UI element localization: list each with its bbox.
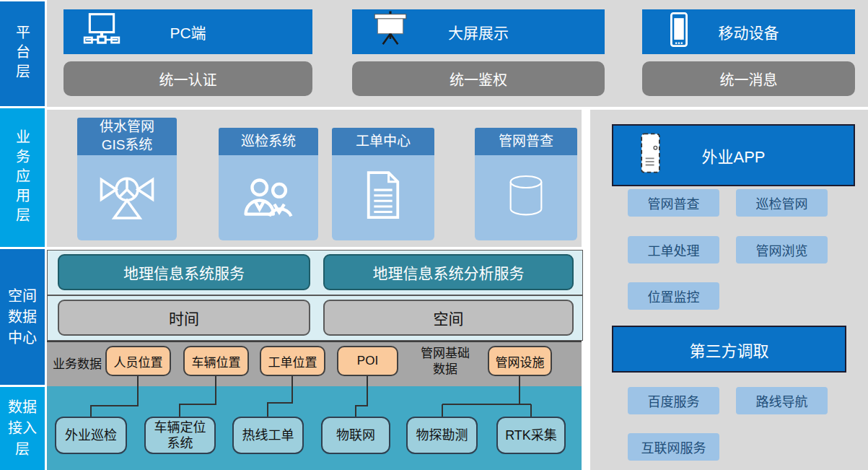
pill-label: 管网设施 [496,352,545,370]
pill-label: 工单位置 [268,352,317,370]
pill-work-order-location: 工单位置 [260,346,325,376]
valve-icon [97,167,157,229]
third-party-button-route-navigation: 路线导航 [736,387,828,414]
card-header-work-order-center: 工单中心 [332,128,434,155]
card-title: 巡检系统 [241,133,296,151]
layer-label: 空间数据中心 [6,286,39,349]
architecture-diagram: 平台层 业务应用层 空间数据中心 数据接入层 PC端 统一认证 [0,0,868,470]
third-party-button-baidu-service: 百度服务 [628,387,719,414]
card-title: 工单中心 [356,133,411,151]
card-body-pipeline-survey [475,155,577,240]
dimension-box-space: 空间 [323,300,574,336]
source-box-iot: 物联网 [321,417,390,454]
service-box-message: 统一消息 [642,61,855,96]
business-data-label: 业务数据 [49,349,105,376]
pill-vehicle-location: 车辆位置 [183,346,249,376]
service-box-auth: 统一认证 [63,61,312,96]
app-button-label: 管网浏览 [756,240,808,259]
dimension-label: 时间 [169,307,199,328]
app-button-work-order-handling: 工单处理 [628,236,719,264]
card-body-inspection [219,155,318,240]
gis-service-box: 地理信息系统服务 [58,254,310,290]
card-header-inspection: 巡检系统 [219,128,318,155]
sidebar-layer-data-access: 数据接入层 [0,387,45,470]
device-box-pc: PC端 [63,9,312,54]
third-party-button-label: 互联网服务 [641,438,706,456]
source-box-hotline-work-order: 热线工单 [232,417,304,454]
card-header-water-gis: 供水管网 GIS系统 [77,118,177,155]
source-label: 车辆定位系统 [149,419,211,452]
source-box-field-inspection: 外业巡检 [55,417,127,454]
card-title: 管网普查 [499,133,553,151]
third-party-header: 第三方调取 [612,326,846,373]
service-label: 统一鉴权 [450,69,507,90]
card-body-water-gis [77,155,177,240]
people-icon [239,167,298,229]
pill-label: 车辆位置 [192,352,241,370]
source-label: 物探勘测 [416,427,468,444]
source-label: 外业巡检 [65,427,117,444]
pill-label: POI [357,354,378,368]
third-party-button-internet-service: 互联网服务 [628,433,719,461]
third-party-title: 第三方调取 [689,338,768,361]
app-button-label: 管网普查 [648,193,700,212]
device-box-big-screen: 大屏展示 [352,9,605,54]
device-box-mobile: 移动设备 [642,9,855,54]
pipeline-base-data-label: 管网基础数据 [416,344,474,379]
document-icon [356,169,411,227]
source-box-rtk-collection: RTK采集 [496,417,566,454]
pill-poi: POI [337,346,398,376]
database-icon [497,167,555,228]
gis-service-label: 地理信息系统服务 [123,261,245,283]
app-button-label: 位置监控 [648,287,700,305]
app-button-pipeline-browse: 管网浏览 [736,236,828,264]
third-party-button-label: 百度服务 [648,391,700,410]
app-button-location-monitoring: 位置监控 [628,282,719,310]
card-body-work-order-center [332,155,434,240]
mobile-phone-icon [661,11,697,53]
app-button-label: 巡检管网 [756,193,808,212]
pill-pipeline-facility: 管网设施 [488,346,552,376]
sidebar-layer-business: 业务应用层 [0,108,45,247]
app-button-inspect-pipeline: 巡检管网 [736,189,828,217]
card-title: 供水管网 GIS系统 [100,118,154,154]
gis-analysis-service-box: 地理信息系统分析服务 [323,254,574,290]
service-label: 统一消息 [720,69,778,90]
sidebar-layer-spatial-data-center: 空间数据中心 [0,249,45,385]
gis-analysis-service-label: 地理信息系统分析服务 [373,261,525,283]
layer-label: 数据接入层 [6,397,39,460]
field-app-header: 外业APP [612,124,855,186]
field-app-title: 外业APP [701,144,765,167]
source-label: 热线工单 [242,427,294,444]
source-label: 物联网 [336,427,375,444]
desktop-network-icon [82,11,121,53]
third-party-button-label: 路线导航 [756,391,808,410]
source-box-vehicle-positioning: 车辆定位系统 [144,417,216,454]
dimension-box-time: 时间 [58,300,310,336]
pill-label: 人员位置 [114,352,163,370]
layer-label: 平台层 [12,25,33,83]
app-button-label: 工单处理 [648,240,700,259]
dimension-label: 空间 [434,307,464,328]
service-label: 统一认证 [159,69,217,90]
service-box-authz: 统一鉴权 [352,61,605,96]
layer-label: 业务应用层 [12,129,33,227]
smartphone-outline-icon [635,131,667,180]
sidebar-layer-platform: 平台层 [0,1,45,106]
pill-person-location: 人员位置 [105,346,171,376]
source-box-geophysical-survey: 物探勘测 [406,417,478,454]
card-header-pipeline-survey: 管网普查 [475,128,577,155]
projector-screen-icon [371,11,410,53]
source-label: RTK采集 [505,427,557,444]
app-button-pipeline-survey: 管网普查 [628,189,719,217]
